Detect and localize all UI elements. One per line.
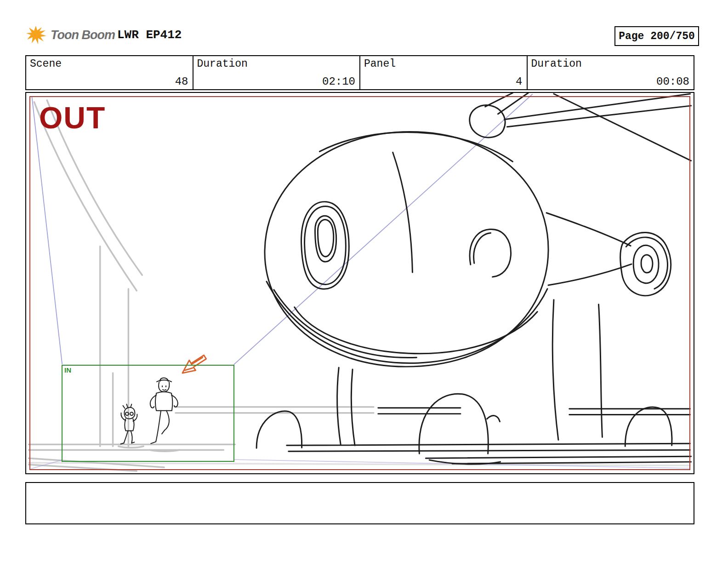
scene-duration-cell: Duration 02:10 (193, 56, 360, 89)
scene-duration-label: Duration (197, 58, 248, 70)
camera-in-label: IN (64, 366, 71, 374)
storyboard-page: Toon Boom LWR EP412 Page 200/750 Scene 4… (0, 0, 728, 563)
toonboom-starburst-icon (25, 25, 47, 45)
scene-value: 48 (175, 75, 188, 88)
toonboom-logo: Toon Boom (25, 25, 115, 45)
camera-in-frame: IN (62, 365, 234, 462)
scene-duration-value: 02:10 (322, 75, 355, 88)
page-number-box: Page 200/750 (614, 26, 699, 46)
logo-text: Toon Boom (51, 28, 115, 42)
episode-title: LWR EP412 (117, 28, 182, 42)
panel-cell: Panel 4 (359, 56, 527, 89)
camera-out-label: OUT (39, 100, 106, 135)
scene-cell: Scene 48 (26, 56, 193, 89)
storyboard-panel: OUT IN (25, 92, 694, 474)
page-number-label: Page 200/750 (619, 30, 695, 42)
caption-box (25, 482, 694, 524)
panel-duration-value: 00:08 (656, 75, 689, 88)
scene-label: Scene (30, 58, 62, 70)
panel-duration-cell: Duration 00:08 (527, 56, 694, 89)
panel-label: Panel (364, 58, 396, 70)
info-table: Scene 48 Duration 02:10 Panel 4 Duration… (25, 55, 694, 90)
panel-value: 4 (516, 75, 522, 88)
panel-duration-label: Duration (531, 58, 582, 70)
